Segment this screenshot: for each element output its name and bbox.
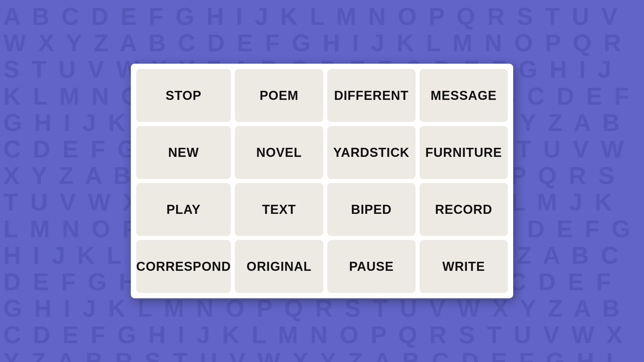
word-card-record[interactable]: RECORD <box>420 183 508 236</box>
word-card-write[interactable]: WRITE <box>420 240 508 293</box>
word-label-text: TEXT <box>262 202 296 217</box>
word-label-play: PLAY <box>166 202 201 217</box>
word-label-correspond: CORRESPOND <box>136 259 231 274</box>
word-label-pause: PAUSE <box>349 259 394 274</box>
word-label-biped: BIPED <box>351 202 392 217</box>
word-grid: STOPPOEMDIFFERENTMESSAGENEWNOVELYARDSTIC… <box>136 69 508 293</box>
word-card-text[interactable]: TEXT <box>235 183 323 236</box>
word-label-record: RECORD <box>435 202 492 217</box>
word-card-play[interactable]: PLAY <box>136 183 231 236</box>
word-card-original[interactable]: ORIGINAL <box>235 240 323 293</box>
word-card-pause[interactable]: PAUSE <box>327 240 416 293</box>
word-card-different[interactable]: DIFFERENT <box>327 69 416 122</box>
word-card-yardstick[interactable]: YARDSTICK <box>327 126 416 179</box>
word-card-novel[interactable]: NOVEL <box>235 126 323 179</box>
word-card-stop[interactable]: STOP <box>136 69 231 122</box>
word-label-message: MESSAGE <box>431 88 497 103</box>
word-label-new: NEW <box>168 145 199 160</box>
word-label-novel: NOVEL <box>256 145 302 160</box>
word-card-biped[interactable]: BIPED <box>327 183 416 236</box>
word-label-write: WRITE <box>442 259 485 274</box>
word-label-yardstick: YARDSTICK <box>333 145 410 160</box>
word-card-furniture[interactable]: FURNITURE <box>420 126 508 179</box>
word-card-correspond[interactable]: CORRESPOND <box>136 240 231 293</box>
word-card-poem[interactable]: POEM <box>235 69 323 122</box>
word-grid-panel: STOPPOEMDIFFERENTMESSAGENEWNOVELYARDSTIC… <box>131 64 513 298</box>
word-label-poem: POEM <box>260 88 299 103</box>
word-label-different: DIFFERENT <box>334 88 409 103</box>
word-card-message[interactable]: MESSAGE <box>420 69 508 122</box>
word-label-stop: STOP <box>166 88 202 103</box>
word-label-original: ORIGINAL <box>247 259 312 274</box>
word-label-furniture: FURNITURE <box>425 145 502 160</box>
word-card-new[interactable]: NEW <box>136 126 231 179</box>
